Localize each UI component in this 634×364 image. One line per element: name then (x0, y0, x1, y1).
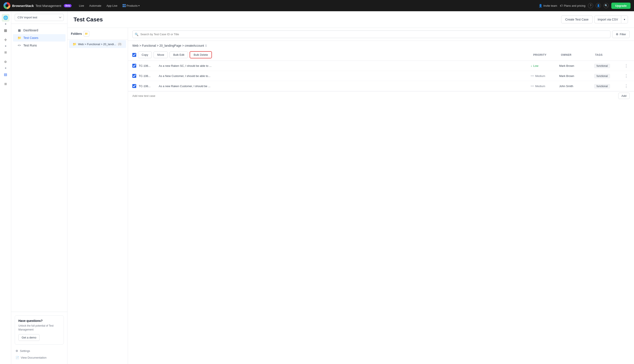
project-dropdown[interactable]: CSV import test (15, 14, 64, 21)
tc-id-3: TC-106... (139, 84, 156, 88)
sidebar-nav: ▦ Dashboard 📁 Test Cases <> Test Runs (11, 24, 67, 312)
bulk-delete-button[interactable]: Bulk Delete (190, 51, 212, 58)
tc-owner-1: Mark Brown (559, 64, 592, 68)
plans-pricing-link[interactable]: 🏷 Plans and pricing (560, 4, 585, 7)
tc-priority-2: — Medium (531, 74, 556, 78)
tc-more-1[interactable]: ⋮ (623, 63, 630, 68)
logo[interactable]: BrowserStack Test Management Beta (4, 2, 72, 9)
bulk-edit-button[interactable]: Bulk Edit (170, 52, 188, 58)
nav-live[interactable]: Live (77, 3, 86, 9)
sidebar-dot-1 (5, 23, 6, 25)
folder-icon: 📁 (73, 42, 76, 46)
test-cases-panel: 🔍 ⚙ Filter Web > Functional > 20_landing… (128, 28, 634, 364)
import-csv-dropdown-button[interactable]: ▾ (621, 16, 628, 23)
tc-owner-3: John Smith (559, 84, 592, 88)
help-icon[interactable]: ? (588, 3, 593, 8)
test-cases-list: TC-106... As a new Raken SC, I should be… (128, 61, 634, 364)
filter-icon: ⚙ (616, 33, 618, 36)
search-box: 🔍 (132, 30, 610, 38)
nav-test-runs[interactable]: <> Test Runs (13, 42, 66, 49)
product-name: Test Management (36, 4, 61, 8)
settings-link[interactable]: ⚙ Settings (15, 348, 64, 354)
folder-item[interactable]: 📁 Web > Functional > 20_landi... (3) (69, 40, 126, 48)
breadcrumb-info-icon[interactable]: ℹ (205, 44, 207, 47)
tc-tags-2: functional (594, 74, 620, 78)
priority-col-header: PRIORITY (533, 54, 559, 56)
search-input[interactable] (132, 30, 610, 38)
nav-dashboard[interactable]: ▦ Dashboard (13, 26, 66, 34)
search-icon: 🔍 (135, 33, 138, 36)
sidebar-icon-table[interactable]: ▤ (2, 70, 10, 78)
documentation-link[interactable]: 📄 View Documentation (15, 355, 64, 360)
tc-more-3[interactable]: ⋮ (623, 84, 630, 88)
main-layout: 🌐 ▦ ✛ ⊞ ⚙ ▤ ⊞ CSV import test ▦ Dashboar… (0, 11, 634, 364)
tc-title-1[interactable]: As a new Raken SC, I should be able to .… (159, 64, 528, 68)
nav-test-cases[interactable]: 📁 Test Cases (13, 34, 66, 42)
move-button[interactable]: Move (154, 52, 168, 58)
topnav-right: 👤 Invite team 🏷 Plans and pricing ? 👤 🔍 … (539, 2, 630, 9)
import-csv-group: Import via CSV ▾ (594, 16, 628, 23)
tag-icon: 🏷 (560, 4, 563, 7)
row-checkbox-2[interactable] (132, 74, 136, 78)
upgrade-button[interactable]: Upgrade (611, 2, 630, 9)
folder-name: Web > Functional > 20_landi... (78, 42, 116, 46)
breadcrumb: Web > Functional > 20_landingPage > crea… (128, 41, 634, 49)
row-checkbox-3[interactable] (132, 84, 136, 88)
topnav: BrowserStack Test Management Beta Live A… (0, 0, 634, 11)
sidebar-icon-home[interactable]: 🌐 (2, 14, 10, 22)
copy-button[interactable]: Copy (138, 52, 152, 58)
sidebar-icon-group[interactable]: ⊞ (2, 80, 10, 88)
dashboard-icon: ▦ (17, 28, 21, 32)
tc-title-2[interactable]: As a New Customer, I should be able to..… (159, 74, 528, 78)
sidebar-icon-integrations[interactable]: ⚙ (2, 58, 10, 66)
tc-priority-3: — Medium (531, 84, 556, 88)
owner-col-header: OWNER (561, 54, 593, 56)
questions-title: Have questions? (18, 319, 60, 322)
page-title: Test Cases (74, 16, 103, 23)
add-test-case-button[interactable]: Add (618, 93, 630, 99)
search-nav-icon[interactable]: 🔍 (603, 3, 609, 8)
filter-button[interactable]: ⚙ Filter (612, 30, 630, 38)
invite-team-link[interactable]: 👤 Invite team (539, 4, 557, 7)
sidebar-bottom: Have questions? Unlock the full potentia… (11, 312, 67, 364)
tag-badge-2: functional (594, 74, 610, 78)
sidebar-icon-dashboard[interactable]: ▦ (2, 26, 10, 34)
main-content: Test Cases Create Test Case Import via C… (68, 11, 634, 364)
tc-tags-3: functional (594, 84, 620, 88)
sidebar-icon-testcases[interactable]: ✛ (2, 36, 10, 44)
create-test-case-button[interactable]: Create Test Case (561, 16, 593, 23)
nav-automate[interactable]: Automate (87, 3, 104, 9)
folders-panel: Folders 📁 📁 Web > Functional > 20_landi.… (68, 28, 128, 364)
icon-sidebar: 🌐 ▦ ✛ ⊞ ⚙ ▤ ⊞ (0, 11, 11, 364)
user-icon[interactable]: 👤 (596, 3, 601, 8)
left-sidebar: CSV import test ▦ Dashboard 📁 Test Cases… (11, 11, 68, 364)
add-test-case-input[interactable] (132, 92, 616, 100)
add-folder-button[interactable]: 📁 (84, 31, 89, 36)
sidebar-icon-runs[interactable]: ⊞ (2, 48, 10, 56)
priority-medium-icon-3: — (531, 84, 534, 88)
folder-add-icon: 📁 (85, 32, 88, 35)
topnav-links: Live Automate App Live Products ▾ (77, 3, 142, 9)
tc-title-3[interactable]: As a new Raken Customer, I should be ... (159, 84, 528, 88)
tc-id-2: TC-106... (139, 74, 156, 78)
select-all-checkbox[interactable] (132, 53, 136, 57)
table-row: TC-106... As a New Customer, I should be… (128, 71, 634, 81)
page-header: Test Cases Create Test Case Import via C… (68, 11, 634, 28)
header-actions: Create Test Case Import via CSV ▾ (561, 16, 628, 23)
folders-header: Folders 📁 (68, 28, 128, 40)
tc-id-1: TC-106... (139, 64, 156, 68)
sidebar-dot-3 (5, 68, 6, 69)
tag-badge-3: functional (594, 84, 610, 88)
get-demo-button[interactable]: Get a demo (18, 334, 40, 341)
tc-more-2[interactable]: ⋮ (623, 74, 630, 78)
row-checkbox-1[interactable] (132, 64, 136, 68)
nav-applive[interactable]: App Live (105, 3, 120, 9)
table-row: TC-106... As a new Raken Customer, I sho… (128, 81, 634, 91)
tc-tags-1: functional (594, 64, 620, 68)
testcases-icon: 📁 (17, 36, 21, 40)
import-csv-button[interactable]: Import via CSV (594, 16, 621, 23)
tc-priority-1: ↓ Low (531, 64, 556, 68)
tag-badge-1: functional (594, 64, 610, 68)
test-cases-toolbar: 🔍 ⚙ Filter (128, 28, 634, 41)
nav-products[interactable]: Products ▾ (121, 3, 142, 9)
